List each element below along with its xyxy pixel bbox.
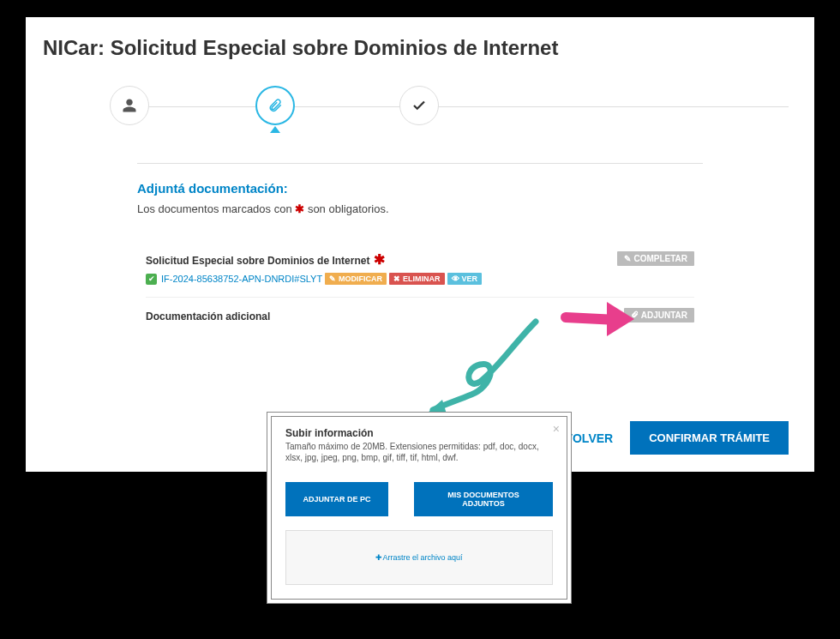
tag-label: VER [462, 274, 478, 283]
hint-suffix: son obligatorios. [304, 202, 388, 215]
modal-hint: Tamaño máximo de 20MB. Extensiones permi… [285, 441, 553, 463]
paperclip-icon [631, 310, 639, 320]
x-icon: ✖ [393, 274, 400, 283]
doc-left-block: Solicitud Especial sobre Dominios de Int… [146, 251, 617, 285]
hint-prefix: Los documentos marcados con [137, 202, 295, 215]
step-1-person[interactable] [110, 86, 149, 125]
step-active-indicator [270, 126, 280, 133]
pencil-icon: ✎ [329, 274, 336, 283]
required-hint: Los documentos marcados con ✱ son obliga… [137, 202, 703, 215]
step-2-attach[interactable] [255, 86, 295, 125]
ver-button[interactable]: 👁VER [447, 273, 483, 285]
upload-modal: × Subir información Tamaño máximo de 20M… [271, 416, 567, 600]
main-card: NICar: Solicitud Especial sobre Dominios… [26, 17, 814, 472]
content-panel: Adjuntá documentación: Los documentos ma… [137, 163, 703, 335]
adjuntar-button[interactable]: ADJUNTAR [624, 308, 694, 323]
tag-label: MODIFICAR [339, 274, 382, 283]
button-label: COMPLETAR [633, 254, 687, 263]
stepper-line [120, 106, 789, 107]
check-badge-icon: ✔ [146, 274, 157, 285]
eliminar-button[interactable]: ✖ELIMINAR [389, 273, 445, 285]
drop-zone[interactable]: ✚ Arrastre el archivo aquí [285, 530, 553, 585]
required-star-icon: ✱ [374, 252, 385, 267]
required-star-icon: ✱ [295, 202, 304, 215]
close-button[interactable]: × [553, 422, 560, 436]
close-icon: × [553, 422, 560, 436]
modal-button-row: ADJUNTAR DE PC MIS DOCUMENTOS ADJUNTOS [285, 482, 553, 516]
volver-button[interactable]: VOLVER [565, 431, 614, 445]
stepper [26, 77, 814, 137]
tag-label: ELIMINAR [403, 274, 441, 283]
step-3-confirm[interactable] [399, 86, 439, 125]
doc-label: Solicitud Especial sobre Dominios de Int… [146, 255, 369, 267]
pencil-icon: ✎ [624, 254, 631, 263]
drop-zone-label: Arrastre el archivo aquí [382, 553, 462, 562]
doc-left-block: Documentación adicional [146, 308, 624, 323]
button-label: ADJUNTAR [641, 310, 687, 320]
check-icon [411, 98, 427, 113]
modal-title: Subir información [285, 427, 553, 439]
page-title: NICar: Solicitud Especial sobre Dominios… [26, 17, 814, 69]
doc-row-solicitud: Solicitud Especial sobre Dominios de Int… [146, 241, 694, 297]
doc-file-line: ✔ IF-2024-85638752-APN-DNRDI#SLYT ✎MODIF… [146, 273, 617, 285]
attach-section-title: Adjuntá documentación: [137, 181, 703, 196]
eye-icon: 👁 [452, 274, 459, 283]
adjuntar-de-pc-button[interactable]: ADJUNTAR DE PC [285, 482, 388, 516]
person-icon [122, 98, 137, 113]
paperclip-icon [267, 98, 283, 113]
confirmar-tramite-button[interactable]: CONFIRMAR TRÁMITE [630, 421, 789, 455]
completar-button[interactable]: ✎ COMPLETAR [617, 251, 694, 266]
doc-row-adicional: Documentación adicional ADJUNTAR [146, 297, 694, 335]
footer-actions: VOLVER CONFIRMAR TRÁMITE [565, 421, 789, 455]
doc-label: Documentación adicional [146, 310, 270, 323]
uploaded-file-link[interactable]: IF-2024-85638752-APN-DNRDI#SLYT [161, 274, 322, 284]
plus-icon: ✚ [375, 553, 382, 562]
mis-documentos-button[interactable]: MIS DOCUMENTOS ADJUNTOS [414, 482, 553, 516]
documents-list: Solicitud Especial sobre Dominios de Int… [137, 241, 703, 335]
modificar-button[interactable]: ✎MODIFICAR [325, 273, 387, 285]
